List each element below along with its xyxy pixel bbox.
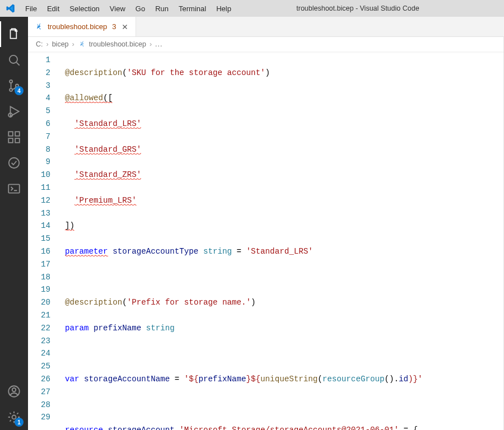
svg-marker-5 [11, 106, 19, 116]
activity-testing[interactable] [0, 150, 28, 176]
svg-point-14 [12, 388, 16, 392]
activity-extensions[interactable] [0, 124, 28, 150]
manage-badge: 1 [15, 418, 24, 427]
svg-rect-9 [15, 138, 20, 143]
activity-terminal-panel[interactable] [0, 176, 28, 202]
menu-file[interactable]: File [20, 2, 42, 15]
line-number-gutter: 1234567891011121314151617181920212223242… [28, 52, 60, 430]
svg-line-1 [16, 62, 19, 65]
menu-selection[interactable]: Selection [64, 2, 104, 15]
code-editor[interactable]: 1234567891011121314151617181920212223242… [28, 52, 504, 430]
svg-rect-10 [15, 132, 20, 136]
svg-point-2 [10, 80, 12, 83]
activity-search[interactable] [0, 47, 28, 73]
svg-rect-7 [8, 132, 13, 136]
chevron-right-icon: › [150, 40, 152, 48]
breadcrumb-ellipsis[interactable]: ... [155, 40, 162, 48]
titlebar: File Edit Selection View Go Run Terminal… [0, 0, 504, 17]
code-content[interactable]: @description('SKU for the storage accoun… [60, 52, 504, 430]
activity-source-control[interactable]: 4 [0, 73, 28, 99]
activity-bar: 4 1 [0, 17, 28, 430]
menu-view[interactable]: View [105, 2, 130, 15]
editor-tabs: troubleshoot.bicep 3 [28, 17, 504, 37]
svg-point-3 [10, 88, 12, 91]
menu-go[interactable]: Go [130, 2, 150, 15]
svg-point-0 [10, 55, 17, 63]
activity-accounts[interactable] [0, 378, 28, 404]
scm-badge: 4 [15, 86, 24, 95]
tab-problem-count: 3 [112, 22, 116, 31]
menu-terminal[interactable]: Terminal [174, 2, 211, 15]
svg-rect-8 [8, 138, 13, 143]
editor-region: troubleshoot.bicep 3 C: › bicep › troubl… [28, 17, 504, 430]
bicep-file-icon [78, 40, 87, 49]
breadcrumb-seg[interactable]: C: [36, 40, 43, 48]
menu-bar: File Edit Selection View Go Run Terminal… [20, 2, 236, 15]
activity-run-debug[interactable] [0, 99, 28, 124]
svg-rect-12 [8, 184, 20, 193]
tab-label: troubleshoot.bicep [48, 22, 107, 31]
activity-manage[interactable]: 1 [0, 404, 28, 430]
activity-explorer[interactable] [0, 21, 28, 47]
tab-close-icon[interactable] [120, 22, 130, 32]
bicep-file-icon [35, 22, 44, 31]
vscode-logo-icon [4, 2, 17, 15]
window-title: troubleshoot.bicep - Visual Studio Code [236, 4, 502, 12]
menu-edit[interactable]: Edit [42, 2, 64, 15]
chevron-right-icon: › [46, 40, 49, 48]
tab-troubleshoot-bicep[interactable]: troubleshoot.bicep 3 [28, 17, 136, 36]
breadcrumb-seg[interactable]: troubleshoot.bicep [89, 40, 146, 48]
breadcrumb-seg[interactable]: bicep [52, 40, 69, 48]
menu-run[interactable]: Run [150, 2, 174, 15]
svg-point-11 [9, 158, 19, 168]
chevron-right-icon: › [72, 40, 74, 48]
breadcrumbs[interactable]: C: › bicep › troubleshoot.bicep › ... [28, 37, 504, 52]
main-region: 4 1 troubleshoot.bicep [0, 17, 504, 430]
menu-help[interactable]: Help [211, 2, 236, 15]
